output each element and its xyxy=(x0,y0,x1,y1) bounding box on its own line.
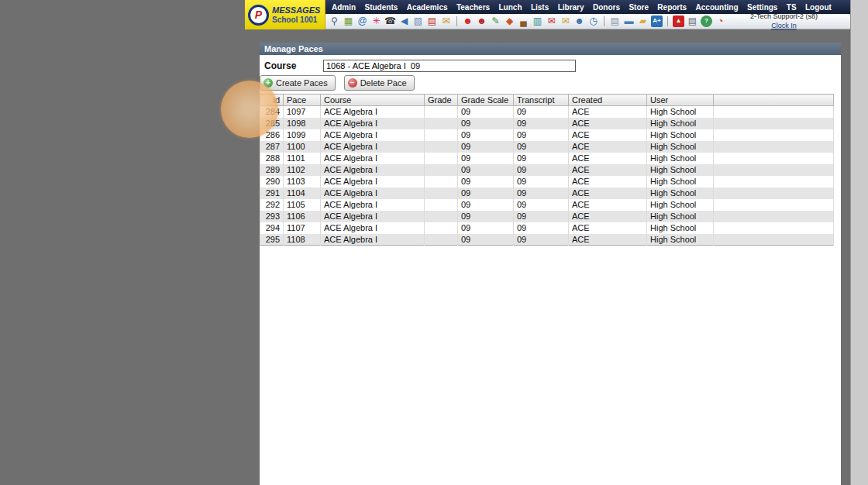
paintbrush-icon[interactable]: ✎ xyxy=(490,15,501,27)
nav-item-donors[interactable]: Donors xyxy=(593,3,620,12)
student-icon[interactable]: ☻ xyxy=(476,15,487,27)
column-header-id[interactable]: id xyxy=(260,95,284,106)
card-icon[interactable]: ▬ xyxy=(623,15,635,27)
cell xyxy=(425,222,458,234)
calendar-icon[interactable]: ▤ xyxy=(426,15,438,27)
content-panel: Manage Paces Course + Create Paces − Del… xyxy=(260,43,841,485)
cell: ACE Algebra I xyxy=(321,164,425,176)
mail-icon[interactable]: ✉ xyxy=(546,15,557,27)
column-header-grade-scale[interactable]: Grade Scale xyxy=(458,95,514,106)
toolbar-divider xyxy=(604,16,604,26)
column-header-blank[interactable] xyxy=(714,95,834,106)
cell: 1104 xyxy=(284,187,321,199)
pdf-icon[interactable]: ▲ xyxy=(673,15,684,27)
phone-icon[interactable]: ☎ xyxy=(384,15,396,27)
cell: High School xyxy=(647,211,714,222)
cell: ACE xyxy=(569,106,647,118)
cell: High School xyxy=(647,164,714,176)
clock-in-link[interactable]: Clock In xyxy=(750,22,818,30)
folder-icon[interactable]: ▰ xyxy=(637,15,649,27)
notebook-icon[interactable]: ▥ xyxy=(532,15,543,27)
table-row[interactable]: 2851098ACE Algebra I0909ACEHigh School xyxy=(260,118,834,129)
cell: 09 xyxy=(514,234,569,246)
nav-item-lists[interactable]: Lists xyxy=(531,3,549,12)
mail-reply-icon[interactable]: ✉ xyxy=(440,15,452,27)
clock-icon[interactable]: ◷ xyxy=(587,15,599,27)
photo-icon[interactable]: ▧ xyxy=(412,15,424,27)
table-row[interactable]: 2951108ACE Algebra I0909ACEHigh School xyxy=(260,234,834,246)
column-header-created[interactable]: Created xyxy=(569,95,647,106)
grades-aplus-icon[interactable]: A+ xyxy=(651,15,663,27)
table-row[interactable]: 2911104ACE Algebra I0909ACEHigh School xyxy=(260,187,834,199)
graduate-icon[interactable]: ☻ xyxy=(462,15,474,27)
cell: 09 xyxy=(514,153,569,164)
cell xyxy=(714,176,834,187)
table-row[interactable]: 2921105ACE Algebra I0909ACEHigh School xyxy=(260,199,834,211)
cell: ACE xyxy=(569,199,647,211)
printer-icon[interactable]: ▤ xyxy=(687,15,698,27)
speaker-icon[interactable]: ◀ xyxy=(398,15,410,27)
cell: 294 xyxy=(260,222,284,234)
cell: High School xyxy=(647,106,714,118)
cell: 09 xyxy=(458,129,514,141)
table-row[interactable]: 2941107ACE Algebra I0909ACEHigh School xyxy=(260,222,834,234)
cell: 09 xyxy=(458,176,514,187)
column-header-course[interactable]: Course xyxy=(321,95,425,106)
nav-item-reports[interactable]: Reports xyxy=(657,3,687,12)
pinwheel-icon[interactable]: ✳ xyxy=(370,15,382,27)
cell: 288 xyxy=(260,153,284,164)
nav-item-admin[interactable]: Admin xyxy=(332,3,356,12)
cell xyxy=(714,234,834,246)
help-icon[interactable]: ? xyxy=(701,15,712,27)
cell: 09 xyxy=(514,211,569,222)
course-input[interactable] xyxy=(323,60,576,72)
nav-item-logout[interactable]: Logout xyxy=(805,3,832,12)
fox-icon[interactable]: ◆ xyxy=(504,15,515,27)
nav-item-lunch[interactable]: Lunch xyxy=(499,3,522,12)
nav-item-settings[interactable]: Settings xyxy=(747,3,777,12)
cell: 09 xyxy=(458,222,514,234)
mail-forward-icon[interactable]: ✉ xyxy=(560,15,571,27)
logo-icon: P xyxy=(248,5,269,26)
create-paces-button[interactable]: + Create Paces xyxy=(260,75,336,91)
column-header-grade[interactable]: Grade xyxy=(425,95,458,106)
search-icon[interactable]: ⚲ xyxy=(329,15,340,27)
nav-item-ts[interactable]: TS xyxy=(787,3,797,12)
cell: 1105 xyxy=(284,199,321,211)
email-at-icon[interactable]: @ xyxy=(356,15,368,27)
page-title: Manage Paces xyxy=(260,43,841,55)
nav-item-teachers[interactable]: Teachers xyxy=(456,3,490,12)
briefcase-icon[interactable]: ▄ xyxy=(518,15,529,27)
app-header: P MESSAGES School 1001 AdminStudentsAcad… xyxy=(245,0,850,29)
nav-item-library[interactable]: Library xyxy=(558,3,584,12)
cell: 286 xyxy=(260,129,284,141)
nav-item-accounting[interactable]: Accounting xyxy=(696,3,739,12)
table-row[interactable]: 2901103ACE Algebra I0909ACEHigh School xyxy=(260,176,834,187)
column-header-pace[interactable]: Pace xyxy=(284,95,321,106)
table-row[interactable]: 2891102ACE Algebra I0909ACEHigh School xyxy=(260,164,834,176)
form-icon[interactable]: ▤ xyxy=(609,15,621,27)
table-row[interactable]: 2881101ACE Algebra I0909ACEHigh School xyxy=(260,153,834,164)
cell: 1102 xyxy=(284,164,321,176)
cell: 293 xyxy=(260,211,284,222)
table-row[interactable]: 2871100ACE Algebra I0909ACEHigh School xyxy=(260,141,834,153)
cell: 09 xyxy=(514,118,569,129)
cell: 09 xyxy=(458,234,514,246)
cell: ACE Algebra I xyxy=(321,141,425,153)
calendar-grid-icon[interactable]: ▦ xyxy=(343,15,354,27)
cell: 09 xyxy=(514,129,569,141)
timeclock-icon[interactable]: ◔ xyxy=(715,15,726,27)
column-header-transcript[interactable]: Transcript xyxy=(514,95,569,106)
column-header-user[interactable]: User xyxy=(647,95,714,106)
cell: 09 xyxy=(514,222,569,234)
nav-item-academics[interactable]: Academics xyxy=(407,3,448,12)
cell: 1106 xyxy=(284,211,321,222)
table-row[interactable]: 2861099ACE Algebra I0909ACEHigh School xyxy=(260,129,834,141)
person-icon[interactable]: ☻ xyxy=(574,15,585,27)
nav-item-store[interactable]: Store xyxy=(629,3,649,12)
delete-pace-button[interactable]: − Delete Pace xyxy=(344,75,415,91)
toolbar-icons: ⚲▦@✳☎◀▧▤✉☻☻✎◆▄▥✉✉☻◷▤▬▰A+▲▤?◔ xyxy=(329,15,750,27)
nav-item-students[interactable]: Students xyxy=(365,3,398,12)
table-row[interactable]: 2931106ACE Algebra I0909ACEHigh School xyxy=(260,211,834,222)
table-row[interactable]: 2841097ACE Algebra I0909ACEHigh School xyxy=(260,106,834,118)
